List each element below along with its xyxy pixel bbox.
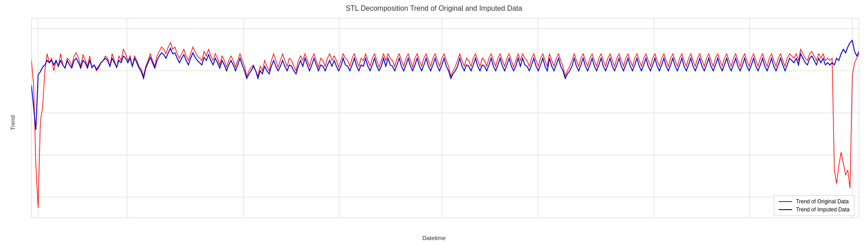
chart-title: STL Decomposition Trend of Original and … [0,0,868,15]
legend-original-label: Trend of Original Data [796,198,849,205]
legend-original: Trend of Original Data [779,198,850,205]
imputed-trend-line [31,40,859,130]
legend-imputed: Trend of Imputed Data [779,206,850,213]
chart-legend: Trend of Original Data Trend of Imputed … [774,195,855,216]
svg-rect-0 [31,18,859,218]
chart-container: STL Decomposition Trend of Original and … [0,0,868,245]
chart-border [31,18,859,218]
legend-original-line [779,201,792,202]
original-trend-line [31,43,859,208]
x-axis-label: Datetime [422,235,445,241]
chart-svg: 120 140 160 180 200 2024-01-01 2024-01-1… [31,18,859,218]
legend-imputed-label: Trend of Imputed Data [796,206,850,213]
legend-imputed-line [779,209,792,210]
y-axis-label: Trend [9,115,16,130]
